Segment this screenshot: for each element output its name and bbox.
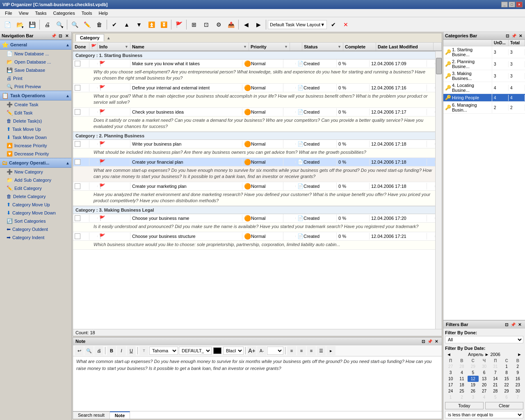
nav-new-category[interactable]: ➕ New Category <box>0 168 71 176</box>
table-row[interactable]: 🚩 Write your business plan 🟠 Normal 📄 Cr… <box>73 140 435 148</box>
nav-increase-priority[interactable]: 🔼 Increase Priority <box>0 142 71 150</box>
nav-category-move-down[interactable]: ⬇ Category Move Down <box>0 209 71 217</box>
note-color-swatch[interactable] <box>213 347 221 354</box>
col-status[interactable]: Status ▼ <box>302 43 343 50</box>
table-row[interactable]: 🚩 Check your business idea 🟠 Normal 📄 Cr… <box>73 108 435 116</box>
note-align-center[interactable]: ≡ <box>297 346 306 355</box>
cal-day[interactable]: 23 <box>512 382 523 388</box>
nav-decrease-priority[interactable]: 🔽 Decrease Priority <box>0 150 71 158</box>
cal-day[interactable]: 30 <box>479 363 490 370</box>
nav-open-database[interactable]: 📂 Open Database ... <box>0 58 71 66</box>
print-preview-button[interactable]: 🔍▼ <box>54 19 65 30</box>
table-row[interactable]: 🚩 Make sure you know what it takes 🟠 Nor… <box>73 59 435 68</box>
nav-task-move-up[interactable]: ⬆ Task Move Up <box>0 125 71 133</box>
check-button[interactable]: ✔ <box>109 19 120 30</box>
cols-button[interactable]: ⊞ <box>188 19 200 30</box>
cal-day[interactable]: 4 <box>456 370 467 376</box>
clear-button[interactable]: Clear <box>485 402 524 409</box>
cal-day[interactable]: 3 <box>445 370 456 376</box>
cat-row-1[interactable]: 🔑 1. Starting Busine... 3 3 <box>443 46 525 58</box>
note-font-select[interactable]: Tahoma <box>149 347 178 355</box>
tab-search-result[interactable]: Search result <box>73 411 110 419</box>
nav-delete-category[interactable]: 🗑 Delete Category <box>0 192 71 201</box>
close-button[interactable]: × <box>516 2 523 7</box>
print-button[interactable]: 🖨 <box>41 19 53 30</box>
task-done-2-1[interactable] <box>73 140 89 148</box>
cal-day[interactable]: 27 <box>479 388 490 394</box>
delete-button[interactable]: 🗑 <box>94 19 105 30</box>
cat-row-4[interactable]: 🔑 4. Locating Busine... 4 4 <box>443 82 525 94</box>
open-db-button[interactable]: 📂▼ <box>14 19 25 30</box>
cat-row-6[interactable]: 🔑 6. Managing Busin... 2 2 <box>443 102 525 114</box>
maximize-button[interactable]: □ <box>509 2 515 7</box>
cal-day[interactable]: 28 <box>456 363 467 370</box>
task-done-3-2[interactable] <box>73 233 89 240</box>
task-done-3-1[interactable] <box>73 215 89 222</box>
cal-day[interactable]: 14 <box>490 376 501 382</box>
task-name-3-1[interactable]: Choose your business name <box>130 215 242 221</box>
cat-float-icon[interactable]: ⊡ <box>504 33 510 39</box>
task-done-2-3[interactable] <box>73 183 89 190</box>
note-pin-icon[interactable]: 📌 <box>427 338 433 344</box>
cal-next-button[interactable]: ► <box>516 352 523 357</box>
cal-day[interactable]: 6 <box>479 370 490 376</box>
nav-create-task[interactable]: ➕ Create Task <box>0 100 71 109</box>
redo-button[interactable]: ▶ <box>253 19 264 30</box>
new-db-button[interactable]: 📄 <box>2 19 13 30</box>
cal-day[interactable]: 1 <box>501 363 512 370</box>
move-top-button[interactable]: ⏫ <box>146 19 157 30</box>
filter-float-icon[interactable]: ⊡ <box>504 322 509 327</box>
filter-op-select[interactable]: is less than or equal to is equal to is … <box>445 411 523 418</box>
note-size-select[interactable]: DEFAULT_CHAR <box>179 347 212 355</box>
section-task-operations[interactable]: 📋 Task Operations ▲ <box>0 91 71 100</box>
menu-view[interactable]: View <box>16 10 32 16</box>
cal-day[interactable]: 13 <box>479 376 490 382</box>
col-info[interactable]: Info ▼ <box>98 43 130 50</box>
note-bullet-list[interactable]: ☰ <box>317 346 326 355</box>
cal-day[interactable]: 17 <box>445 382 456 388</box>
move-down-button[interactable]: ▼ <box>133 19 145 30</box>
menu-categories[interactable]: Categories <box>50 10 78 16</box>
save-db-button[interactable]: 💾 <box>26 19 38 30</box>
table-row[interactable]: 🚩 Create your marketing plan 🟠 Normal 📄 … <box>73 182 435 191</box>
filter-button[interactable]: ⊡ <box>201 19 212 30</box>
layout-dropdown[interactable]: Default Task View Layout ▼ <box>268 20 327 29</box>
cal-prev-button[interactable]: ◄ <box>445 352 453 357</box>
note-content[interactable]: What are common start-up expenses? Do yo… <box>73 356 442 411</box>
task-name-2-1[interactable]: Write your business plan <box>130 141 242 147</box>
cal-day[interactable]: 7 <box>490 370 501 376</box>
table-row[interactable]: 🚩 Define your internal and external inte… <box>73 84 435 92</box>
nav-print[interactable]: 🖨 Print <box>0 74 71 82</box>
cal-day[interactable]: 10 <box>445 376 456 382</box>
note-font-size-up[interactable]: A+ <box>247 346 256 355</box>
nav-print-preview[interactable]: 🔍 Print Preview <box>0 82 71 91</box>
nav-new-database[interactable]: 📄 New Database ... <box>0 50 71 58</box>
cat-pin-icon[interactable]: 📌 <box>511 33 517 39</box>
task-name-3-2[interactable]: Choose your business structure <box>130 233 242 240</box>
note-align-right[interactable]: ≡ <box>307 346 316 355</box>
cal-day[interactable]: 26 <box>468 388 479 394</box>
cal-day[interactable]: 28 <box>490 388 501 394</box>
nav-edit-task[interactable]: ✏️ Edit Task <box>0 109 71 117</box>
col-name[interactable]: Name ▼ <box>130 43 249 50</box>
nav-bar-close-icon[interactable]: ✕ <box>64 33 70 39</box>
cal-day[interactable]: 3 <box>468 394 479 400</box>
note-close-icon[interactable]: ✕ <box>434 338 439 344</box>
category-row-1[interactable]: Category : 1. Starting Business <box>73 51 435 59</box>
task-done-2-2[interactable] <box>73 158 89 166</box>
move-bottom-button[interactable]: ⏬ <box>158 19 169 30</box>
cal-day[interactable]: 7 <box>512 394 523 400</box>
nav-bar-float-icon[interactable]: ⊡ <box>57 33 63 39</box>
cal-day[interactable]: 8 <box>501 370 512 376</box>
filter-pin-icon[interactable]: 📌 <box>510 322 516 327</box>
minimize-button[interactable]: _ <box>501 2 508 7</box>
cal-day[interactable]: 2 <box>512 363 523 370</box>
cal-day[interactable]: 16 <box>512 376 523 382</box>
task-name-1-2[interactable]: Define your internal and external intent <box>130 84 242 91</box>
tab-note[interactable]: Note <box>110 411 130 419</box>
note-color-select[interactable]: Black <box>223 347 244 355</box>
note-italic-button[interactable]: I <box>117 346 126 355</box>
nav-category-indent[interactable]: ➡ Category Indent <box>0 233 71 242</box>
filter-close-icon[interactable]: ✕ <box>517 322 523 327</box>
nav-bar-pin-icon[interactable]: 📌 <box>51 33 57 39</box>
